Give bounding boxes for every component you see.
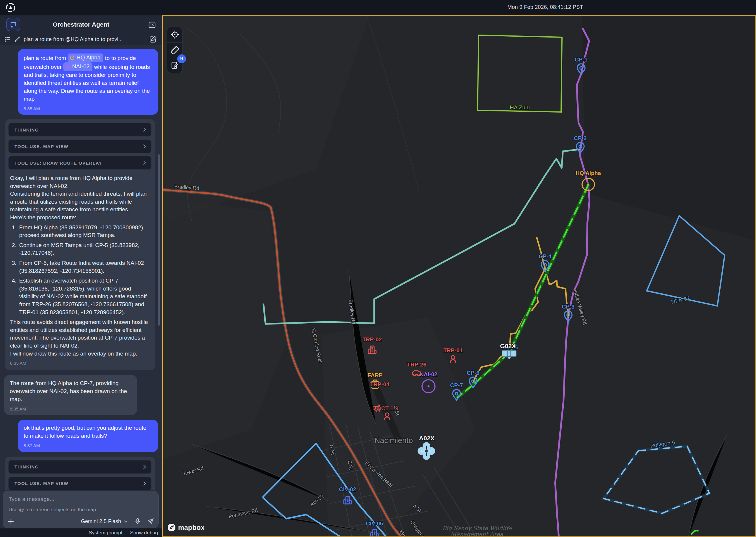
tool-use-map-view-accordion[interactable]: TOOL USE: MAP VIEW xyxy=(8,477,151,490)
model-selector[interactable]: Gemini 2.5 Flash xyxy=(81,518,128,524)
ruler-icon xyxy=(170,46,179,55)
mapbox-attribution[interactable]: mapbox xyxy=(168,523,205,532)
route-green-fragment xyxy=(691,531,699,535)
locate-button[interactable] xyxy=(167,27,182,42)
user-message: plan a route from HQ Alpha to to provide… xyxy=(18,49,158,115)
agent-paragraph: Okay, I will plan a route from HQ Alpha … xyxy=(10,174,150,190)
tool-row-label: THINKING xyxy=(15,127,39,132)
zone-label: HA Zulu xyxy=(510,104,530,110)
scrollbar[interactable] xyxy=(158,154,160,326)
conversation-title[interactable]: plan a route from @HQ Alpha to to provi.… xyxy=(24,36,145,43)
message-composer[interactable]: Type a message... Use @ to reference obj… xyxy=(3,491,159,528)
thinking-accordion[interactable]: THINKING xyxy=(8,460,151,474)
place-label-nacimiento: Nacimiento xyxy=(374,436,413,445)
marker-label: A02X xyxy=(419,435,435,441)
chevron-right-icon xyxy=(142,161,146,165)
system-prompt-link[interactable]: System prompt xyxy=(89,530,122,536)
tool-use-map-view-accordion[interactable]: TOOL USE: MAP VIEW xyxy=(8,140,151,153)
zone-nfa-77[interactable] xyxy=(647,216,725,306)
marker-label: BCT 1-9 xyxy=(377,405,398,411)
marker-label: CP-4 xyxy=(539,253,552,260)
route-step: From HQ Alpha (35.852917079, -120.700300… xyxy=(18,224,150,239)
overlays-button[interactable]: 9 xyxy=(167,58,182,73)
tool-row-label: TOOL USE: DRAW ROUTE OVERLAY xyxy=(15,160,102,166)
marker-label: TRP-02 xyxy=(362,336,382,343)
plus-icon xyxy=(7,518,15,525)
mic-button[interactable] xyxy=(134,518,141,525)
map-render: HA Zulu NFA-77 Polygon 5 Bradley Rd Brad… xyxy=(163,16,755,536)
marker-label: TRP-26 xyxy=(407,361,426,368)
tool-use-draw-route-accordion[interactable]: TOOL USE: DRAW ROUTE OVERLAY xyxy=(8,156,151,170)
agent-turn: THINKING TOOL USE: MAP VIEW THINKING xyxy=(5,457,155,490)
message-timestamp: 8:35 AM xyxy=(10,360,150,366)
route-step: Establish an overwatch position at CP-7 … xyxy=(18,277,150,316)
marker-label: CP-2 xyxy=(574,135,586,141)
panel-collapse-icon xyxy=(148,21,156,29)
message-timestamp: 8:37 AM xyxy=(24,442,152,449)
road-label: Indian Valley Rd xyxy=(572,289,588,325)
road-label: Oregon Av xyxy=(409,519,428,536)
marker-label: CP-6 xyxy=(467,370,479,376)
marker-label: CP-1 xyxy=(575,57,588,62)
sidebar-header: Orchestrator Agent plan a route xyxy=(0,15,162,45)
tool-row-label: TOOL USE: MAP VIEW xyxy=(15,481,68,486)
entity-chip-hq-alpha[interactable]: HQ Alpha xyxy=(68,54,103,62)
agent-paragraph: Here's the proposed route: xyxy=(10,214,150,222)
sidebar-footer: System prompt Show debug xyxy=(0,528,162,537)
edit-square-icon xyxy=(149,35,157,43)
zone-ha-zulu[interactable] xyxy=(477,35,562,112)
route-green-casing xyxy=(457,185,588,397)
marker-label: CIV-02 xyxy=(339,486,356,492)
crosshair-locate-icon xyxy=(170,30,179,39)
target-icon xyxy=(65,64,70,69)
map-toolbar: 9 xyxy=(167,26,183,73)
marker-label: G02X xyxy=(500,343,516,349)
collapse-panel-button[interactable] xyxy=(147,20,157,30)
user-message-text: ok that's pretty good, but can you adjus… xyxy=(24,425,146,439)
chat-sidebar: Orchestrator Agent plan a route xyxy=(0,15,162,537)
route-yellow-west[interactable] xyxy=(473,268,545,383)
top-bar: Mon 9 Feb 2026, 08:41:12 PST xyxy=(0,0,756,15)
marker-label: CP-7 xyxy=(450,382,463,388)
agent-message-text: The route from HQ Alpha to CP-7, providi… xyxy=(10,380,127,402)
user-message-text: plan a route from xyxy=(24,55,66,61)
chevron-right-icon xyxy=(142,144,146,148)
message-timestamp: 8:35 AM xyxy=(10,406,132,412)
microphone-icon xyxy=(134,518,141,525)
marker-label-trp-04: TRP-04 xyxy=(370,381,390,388)
pencil-icon xyxy=(14,36,21,43)
tool-row-label: TOOL USE: MAP VIEW xyxy=(15,144,68,149)
conversation-list-button[interactable] xyxy=(4,36,11,43)
tool-row-label: THINKING xyxy=(15,464,39,469)
agent-paragraph: Considering the terrain and identified t… xyxy=(10,190,150,214)
overlay-teal-line[interactable] xyxy=(263,149,580,324)
mapbox-logo-icon xyxy=(168,523,176,532)
route-green-overlay[interactable] xyxy=(457,185,588,397)
list-icon xyxy=(4,36,11,43)
map-canvas[interactable]: HA Zulu NFA-77 Polygon 5 Bradley Rd Brad… xyxy=(162,15,756,537)
composer-placeholder: Type a message... xyxy=(9,496,153,502)
chevron-right-icon xyxy=(142,465,146,469)
user-message: ok that's pretty good, but can you adjus… xyxy=(18,420,158,452)
agent-turn: THINKING TOOL USE: MAP VIEW TOOL USE: DR… xyxy=(5,119,155,370)
thinking-accordion[interactable]: THINKING xyxy=(8,123,151,137)
agent-paragraph: This route avoids direct engagement with… xyxy=(10,318,150,350)
new-chat-button[interactable] xyxy=(148,35,158,44)
chat-mode-button[interactable] xyxy=(7,18,20,31)
send-button[interactable] xyxy=(147,518,154,525)
marker-label: FARP xyxy=(368,372,383,378)
target-icon xyxy=(70,56,74,60)
composer-hint: Use @ to reference objects on the map xyxy=(9,507,153,513)
app-logo-icon xyxy=(5,2,17,14)
route-step: Continue on MSR Tampa until CP-5 (35.823… xyxy=(18,241,150,257)
marker-label: CP-3 xyxy=(562,304,574,310)
send-icon xyxy=(147,518,154,525)
show-debug-link[interactable]: Show debug xyxy=(130,530,158,536)
attach-button[interactable] xyxy=(7,518,15,525)
agent-paragraph: I will now draw this route as an overlay… xyxy=(10,350,150,358)
chevron-down-icon xyxy=(124,519,128,524)
agent-message: The route from HQ Alpha to CP-7, providi… xyxy=(4,375,137,415)
message-list: plan a route from HQ Alpha to to provide… xyxy=(0,45,162,490)
chip-label: HQ Alpha xyxy=(76,54,100,62)
entity-chip-nai-02[interactable]: NAI-02 xyxy=(63,62,93,71)
